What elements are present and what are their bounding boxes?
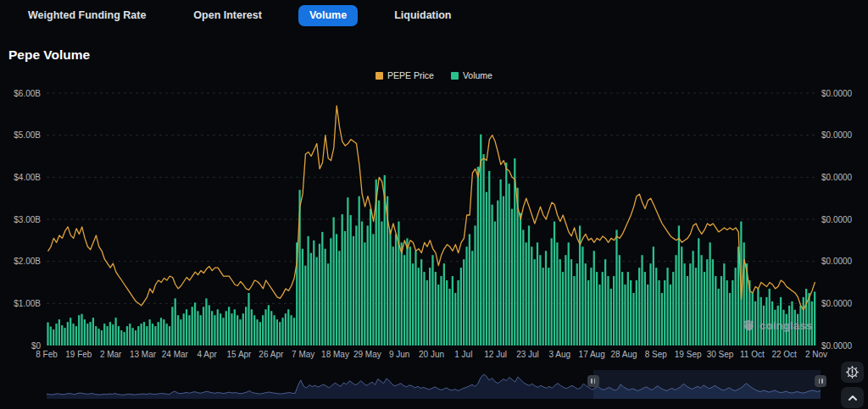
legend-label: Volume — [463, 70, 492, 80]
x-axis-label: 18 May — [321, 350, 349, 359]
legend-label: PEPE Price — [387, 70, 434, 80]
left-axis-label: $0 — [31, 341, 42, 351]
x-axis-label: 17 Aug — [579, 350, 605, 359]
x-axis-label: 26 Apr — [259, 350, 284, 359]
chart-legend: PEPE PriceVolume — [0, 70, 868, 80]
x-axis-label: 29 May — [353, 350, 381, 359]
right-axis-label: $0.0000 — [821, 299, 853, 308]
x-axis-label: 1 Jul — [454, 350, 472, 359]
left-axis-label: $2.00B — [14, 257, 41, 266]
price-line — [48, 106, 815, 310]
navigator-right-handle[interactable] — [815, 375, 826, 387]
left-axis-label: $6.00B — [14, 89, 41, 98]
main-chart-area[interactable]: $6.00B$5.00B$4.00B$3.00B$2.00B$1.00B$0$0… — [0, 85, 868, 366]
navigator-area — [47, 374, 821, 399]
x-axis-label: 8 Feb — [36, 350, 58, 359]
right-axis-label: $0.0000 — [821, 257, 853, 266]
legend-swatch — [376, 72, 383, 80]
x-axis-label: 12 Jul — [484, 350, 507, 359]
x-axis-label: 28 Aug — [610, 350, 637, 359]
navigator-left-handle[interactable] — [587, 375, 599, 387]
x-axis-label: 19 Feb — [65, 350, 92, 359]
navigator-svg — [47, 370, 821, 399]
x-axis-label: 20 Jun — [419, 350, 444, 359]
tab-bar: Weighted Funding RateOpen InterestVolume… — [17, 4, 463, 27]
left-axis-label: $4.00B — [14, 173, 41, 182]
x-axis-label: 19 Sep — [675, 350, 702, 359]
volume-bars — [47, 135, 815, 345]
tab-liquidation[interactable]: Liquidation — [383, 5, 462, 26]
x-axis-label: 11 Oct — [740, 350, 765, 359]
x-axis-label: 8 Sep — [645, 350, 668, 359]
right-axis-label: $0.0000 — [821, 173, 853, 182]
x-axis-label: 22 Oct — [771, 350, 797, 359]
left-axis-label: $5.00B — [14, 130, 41, 140]
gear-alert-icon — [845, 365, 860, 379]
right-axis-label: $0.0000 — [821, 341, 853, 351]
x-axis-label: 15 Apr — [227, 350, 253, 359]
x-axis-label: 13 Mar — [130, 350, 157, 359]
tab-open-interest[interactable]: Open Interest — [182, 5, 273, 26]
navigator[interactable] — [47, 370, 821, 399]
legend-item-volume[interactable]: Volume — [451, 70, 492, 80]
tab-volume[interactable]: Volume — [298, 5, 358, 26]
x-axis-label: 30 Sep — [707, 350, 734, 359]
x-axis-label: 3 Aug — [549, 350, 571, 359]
x-axis-label: 2 Mar — [100, 350, 122, 359]
chevron-up-icon — [846, 392, 860, 404]
x-axis-label: 9 Jun — [389, 350, 409, 359]
x-axis-label: 23 Jul — [516, 350, 539, 359]
chart-settings-button[interactable] — [841, 362, 864, 383]
collapse-button[interactable] — [841, 387, 864, 408]
right-axis-label: $0.0000 — [821, 215, 853, 224]
right-axis-label: $0.0000 — [821, 89, 853, 98]
left-axis-label: $3.00B — [14, 215, 41, 224]
x-axis-label: 4 Apr — [197, 350, 217, 359]
page-title: Pepe Volume — [8, 47, 90, 63]
x-axis-label: 7 May — [292, 350, 314, 359]
legend-item-pepe-price[interactable]: PEPE Price — [376, 70, 434, 80]
tab-weighted-funding-rate[interactable]: Weighted Funding Rate — [17, 5, 157, 26]
main-chart-svg: $6.00B$5.00B$4.00B$3.00B$2.00B$1.00B$0$0… — [0, 85, 868, 366]
left-axis-label: $1.00B — [14, 299, 41, 308]
x-axis-label: 24 Mar — [162, 350, 189, 359]
x-axis-label: 2 Nov — [805, 350, 827, 359]
right-axis-label: $0.0000 — [821, 130, 853, 140]
legend-swatch — [451, 72, 459, 80]
